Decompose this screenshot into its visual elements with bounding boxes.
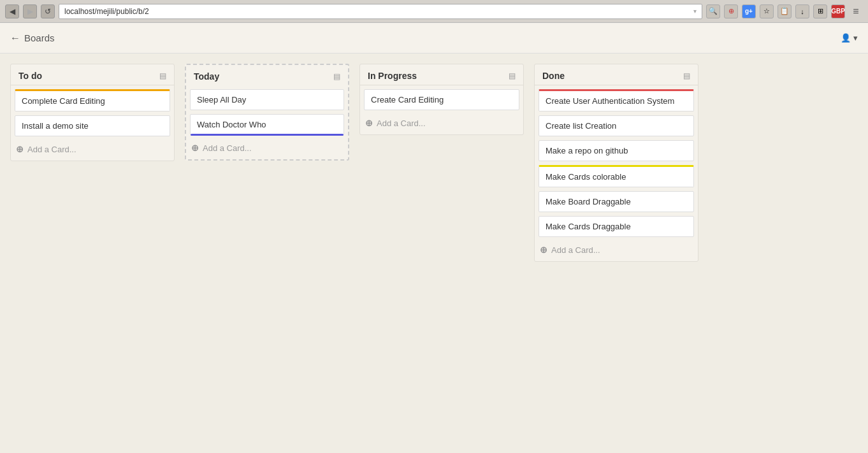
card-c1[interactable]: Complete Card Editing: [15, 89, 170, 111]
url-text: localhost/mejili/public/b/2: [64, 7, 693, 16]
board-content: To do▤Complete Card EditingInstall a dem…: [0, 54, 868, 453]
list-todo: To do▤Complete Card EditingInstall a dem…: [10, 64, 175, 161]
add-card-icon: ⊕: [540, 245, 547, 255]
star-button[interactable]: ☆: [760, 4, 774, 18]
list-cards-done: Create User Authentication SystemCreate …: [535, 85, 698, 241]
card-c6[interactable]: Create User Authentication System: [539, 89, 694, 111]
card-c9[interactable]: Make Cards colorable: [539, 165, 694, 187]
add-card-label: Add a Card...: [203, 143, 252, 153]
list-title-todo: To do: [18, 71, 42, 81]
add-card-done[interactable]: ⊕Add a Card...: [535, 241, 698, 261]
url-dropdown[interactable]: ▾: [693, 8, 697, 15]
card-c11[interactable]: Make Cards Draggable: [539, 216, 694, 237]
card-c5[interactable]: Create Card Editing: [364, 89, 519, 110]
add-card-icon: ⊕: [16, 144, 24, 154]
boards-label: Boards: [24, 32, 55, 43]
apps-button[interactable]: ⊞: [813, 4, 827, 18]
user-menu-button[interactable]: 👤 ▾: [841, 33, 858, 43]
drag-indicator: [191, 134, 344, 136]
list-menu-todo[interactable]: ▤: [159, 71, 166, 80]
user-icon: 👤: [841, 33, 851, 43]
download-button[interactable]: ↓: [795, 4, 809, 18]
user-dropdown-icon: ▾: [853, 33, 858, 43]
app-header: ← Boards 👤 ▾: [0, 23, 868, 54]
list-menu-today[interactable]: ▤: [333, 72, 340, 81]
back-button[interactable]: ◀: [5, 4, 19, 18]
card-c10[interactable]: Make Board Draggable: [539, 191, 694, 212]
add-card-icon: ⊕: [365, 118, 373, 128]
card-c4[interactable]: Watch Doctor Who: [190, 114, 344, 135]
google-button[interactable]: g+: [742, 4, 756, 18]
back-arrow-icon: ←: [10, 32, 20, 44]
search-button[interactable]: 🔍: [706, 4, 720, 18]
list-title-inprogress: In Progress: [368, 71, 417, 81]
back-to-boards[interactable]: ← Boards: [10, 32, 55, 44]
forward-button[interactable]: ▶: [23, 4, 37, 18]
add-card-label: Add a Card...: [551, 245, 600, 255]
chrome-menu-button[interactable]: ≡: [849, 4, 863, 18]
url-bar[interactable]: localhost/mejili/public/b/2 ▾: [59, 4, 702, 19]
list-inprogress: In Progress▤Create Card Editing⊕Add a Ca…: [359, 64, 524, 135]
list-header-today: Today▤: [186, 65, 348, 85]
list-cards-inprogress: Create Card Editing: [360, 85, 523, 114]
add-card-label: Add a Card...: [27, 145, 76, 154]
extension-button[interactable]: ⊕: [724, 4, 738, 18]
add-card-today[interactable]: ⊕Add a Card...: [186, 139, 348, 159]
card-c8[interactable]: Make a repo on github: [539, 140, 694, 161]
list-cards-today: Sleep All DayWatch Doctor Who: [186, 85, 348, 139]
reload-button[interactable]: ↺: [41, 4, 55, 18]
list-title-done: Done: [542, 71, 565, 81]
history-button[interactable]: 📋: [778, 4, 792, 18]
list-header-inprogress: In Progress▤: [360, 64, 523, 85]
add-card-inprogress[interactable]: ⊕Add a Card...: [360, 114, 523, 134]
profile-button[interactable]: GBP: [831, 4, 845, 18]
list-today: Today▤Sleep All DayWatch Doctor Who⊕Add …: [185, 64, 349, 161]
list-menu-inprogress[interactable]: ▤: [509, 71, 516, 80]
list-header-done: Done▤: [535, 64, 698, 85]
add-card-todo[interactable]: ⊕Add a Card...: [11, 140, 174, 161]
browser-chrome: ◀ ▶ ↺ localhost/mejili/public/b/2 ▾ 🔍 ⊕ …: [0, 0, 868, 23]
card-c7[interactable]: Create list Creation: [539, 115, 694, 136]
card-c2[interactable]: Install a demo site: [15, 115, 170, 136]
card-c3[interactable]: Sleep All Day: [190, 89, 344, 110]
list-title-today: Today: [194, 71, 219, 82]
add-card-label: Add a Card...: [377, 119, 426, 128]
list-menu-done[interactable]: ▤: [683, 71, 690, 80]
list-done: Done▤Create User Authentication SystemCr…: [534, 64, 698, 262]
list-cards-todo: Complete Card EditingInstall a demo site: [11, 85, 174, 140]
add-card-icon: ⊕: [191, 143, 199, 153]
list-header-todo: To do▤: [11, 64, 174, 85]
